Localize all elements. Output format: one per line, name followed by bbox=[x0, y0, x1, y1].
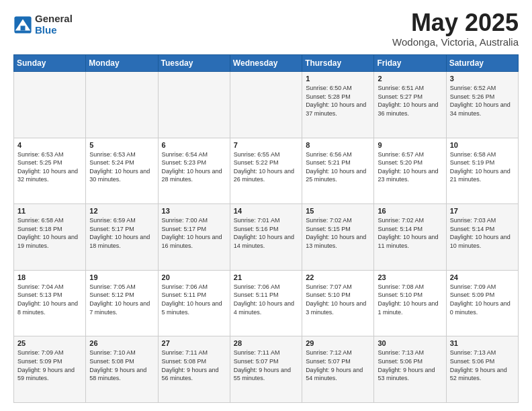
day-info: Sunrise: 7:11 AM Sunset: 5:08 PM Dayligh… bbox=[162, 349, 226, 382]
day-cell: 14Sunrise: 7:01 AM Sunset: 5:16 PM Dayli… bbox=[230, 204, 302, 271]
day-info: Sunrise: 6:58 AM Sunset: 5:18 PM Dayligh… bbox=[17, 216, 82, 250]
svg-rect-2 bbox=[21, 26, 26, 30]
day-cell: 7Sunrise: 6:55 AM Sunset: 5:22 PM Daylig… bbox=[230, 138, 302, 204]
day-cell: 23Sunrise: 7:08 AM Sunset: 5:10 PM Dayli… bbox=[374, 270, 446, 336]
day-info: Sunrise: 7:06 AM Sunset: 5:11 PM Dayligh… bbox=[234, 283, 298, 316]
day-number: 11 bbox=[17, 207, 82, 215]
week-row-1: 1Sunrise: 6:50 AM Sunset: 5:28 PM Daylig… bbox=[14, 72, 519, 138]
day-cell: 26Sunrise: 7:10 AM Sunset: 5:08 PM Dayli… bbox=[86, 336, 158, 403]
day-cell: 19Sunrise: 7:05 AM Sunset: 5:12 PM Dayli… bbox=[86, 270, 158, 336]
day-info: Sunrise: 7:10 AM Sunset: 5:08 PM Dayligh… bbox=[89, 349, 154, 382]
day-number: 24 bbox=[450, 273, 515, 281]
day-cell: 28Sunrise: 7:11 AM Sunset: 5:07 PM Dayli… bbox=[230, 336, 302, 403]
day-number: 4 bbox=[17, 141, 82, 149]
day-info: Sunrise: 7:08 AM Sunset: 5:10 PM Dayligh… bbox=[378, 283, 442, 316]
day-cell: 10Sunrise: 6:58 AM Sunset: 5:19 PM Dayli… bbox=[446, 138, 518, 204]
day-number: 1 bbox=[306, 75, 370, 83]
week-row-4: 18Sunrise: 7:04 AM Sunset: 5:13 PM Dayli… bbox=[14, 270, 519, 336]
day-cell: 6Sunrise: 6:54 AM Sunset: 5:23 PM Daylig… bbox=[158, 138, 230, 204]
day-number: 18 bbox=[17, 273, 82, 281]
logo-general: General bbox=[35, 13, 73, 25]
day-cell: 2Sunrise: 6:51 AM Sunset: 5:27 PM Daylig… bbox=[374, 72, 446, 138]
location: Wodonga, Victoria, Australia bbox=[392, 36, 519, 48]
header-saturday: Saturday bbox=[446, 55, 518, 72]
day-cell: 20Sunrise: 7:06 AM Sunset: 5:11 PM Dayli… bbox=[158, 270, 230, 336]
day-number: 10 bbox=[450, 141, 515, 149]
header-thursday: Thursday bbox=[302, 55, 374, 72]
day-cell bbox=[86, 72, 158, 138]
day-number: 28 bbox=[234, 339, 298, 347]
header: General Blue May 2025 Wodonga, Victoria,… bbox=[13, 11, 519, 48]
day-info: Sunrise: 6:51 AM Sunset: 5:27 PM Dayligh… bbox=[378, 84, 442, 118]
day-cell: 3Sunrise: 6:52 AM Sunset: 5:26 PM Daylig… bbox=[446, 72, 518, 138]
week-row-3: 11Sunrise: 6:58 AM Sunset: 5:18 PM Dayli… bbox=[14, 204, 519, 271]
day-info: Sunrise: 6:50 AM Sunset: 5:28 PM Dayligh… bbox=[306, 84, 370, 118]
day-number: 6 bbox=[162, 141, 226, 149]
day-cell: 12Sunrise: 6:59 AM Sunset: 5:17 PM Dayli… bbox=[86, 204, 158, 271]
month-title: May 2025 bbox=[392, 11, 519, 35]
day-cell: 29Sunrise: 7:12 AM Sunset: 5:07 PM Dayli… bbox=[302, 336, 374, 403]
header-monday: Monday bbox=[86, 55, 158, 72]
day-cell: 1Sunrise: 6:50 AM Sunset: 5:28 PM Daylig… bbox=[302, 72, 374, 138]
day-number: 23 bbox=[378, 273, 442, 281]
day-info: Sunrise: 6:59 AM Sunset: 5:17 PM Dayligh… bbox=[89, 216, 154, 250]
day-info: Sunrise: 7:05 AM Sunset: 5:12 PM Dayligh… bbox=[89, 283, 154, 316]
day-cell: 27Sunrise: 7:11 AM Sunset: 5:08 PM Dayli… bbox=[158, 336, 230, 403]
day-info: Sunrise: 6:55 AM Sunset: 5:22 PM Dayligh… bbox=[234, 150, 298, 184]
day-number: 8 bbox=[306, 141, 370, 149]
day-cell bbox=[158, 72, 230, 138]
header-row: Sunday Monday Tuesday Wednesday Thursday… bbox=[14, 55, 519, 72]
day-cell: 21Sunrise: 7:06 AM Sunset: 5:11 PM Dayli… bbox=[230, 270, 302, 336]
day-cell: 18Sunrise: 7:04 AM Sunset: 5:13 PM Dayli… bbox=[14, 270, 86, 336]
day-number: 19 bbox=[89, 273, 154, 281]
day-number: 3 bbox=[450, 75, 515, 83]
day-info: Sunrise: 7:12 AM Sunset: 5:07 PM Dayligh… bbox=[306, 349, 370, 382]
header-sunday: Sunday bbox=[14, 55, 86, 72]
day-cell: 11Sunrise: 6:58 AM Sunset: 5:18 PM Dayli… bbox=[14, 204, 86, 271]
page: General Blue May 2025 Wodonga, Victoria,… bbox=[0, 0, 532, 411]
day-info: Sunrise: 6:58 AM Sunset: 5:19 PM Dayligh… bbox=[450, 150, 515, 184]
day-info: Sunrise: 7:02 AM Sunset: 5:15 PM Dayligh… bbox=[306, 216, 370, 250]
day-number: 26 bbox=[89, 339, 154, 347]
day-number: 13 bbox=[162, 207, 226, 215]
day-info: Sunrise: 7:04 AM Sunset: 5:13 PM Dayligh… bbox=[17, 283, 82, 316]
day-number: 21 bbox=[234, 273, 298, 281]
day-number: 12 bbox=[89, 207, 154, 215]
day-info: Sunrise: 7:00 AM Sunset: 5:17 PM Dayligh… bbox=[162, 216, 226, 250]
day-info: Sunrise: 6:53 AM Sunset: 5:24 PM Dayligh… bbox=[89, 150, 154, 184]
day-cell: 24Sunrise: 7:09 AM Sunset: 5:09 PM Dayli… bbox=[446, 270, 518, 336]
day-number: 30 bbox=[378, 339, 442, 347]
day-cell: 15Sunrise: 7:02 AM Sunset: 5:15 PM Dayli… bbox=[302, 204, 374, 271]
day-info: Sunrise: 7:03 AM Sunset: 5:14 PM Dayligh… bbox=[450, 216, 515, 250]
day-number: 5 bbox=[89, 141, 154, 149]
logo-icon bbox=[13, 15, 32, 34]
day-info: Sunrise: 7:02 AM Sunset: 5:14 PM Dayligh… bbox=[378, 216, 442, 250]
title-area: May 2025 Wodonga, Victoria, Australia bbox=[392, 11, 519, 48]
day-number: 31 bbox=[450, 339, 515, 347]
day-info: Sunrise: 6:56 AM Sunset: 5:21 PM Dayligh… bbox=[306, 150, 370, 184]
day-info: Sunrise: 6:57 AM Sunset: 5:20 PM Dayligh… bbox=[378, 150, 442, 184]
day-number: 27 bbox=[162, 339, 226, 347]
header-friday: Friday bbox=[374, 55, 446, 72]
day-cell: 30Sunrise: 7:13 AM Sunset: 5:06 PM Dayli… bbox=[374, 336, 446, 403]
day-number: 20 bbox=[162, 273, 226, 281]
day-info: Sunrise: 6:54 AM Sunset: 5:23 PM Dayligh… bbox=[162, 150, 226, 184]
day-info: Sunrise: 7:06 AM Sunset: 5:11 PM Dayligh… bbox=[162, 283, 226, 316]
day-number: 7 bbox=[234, 141, 298, 149]
day-info: Sunrise: 7:01 AM Sunset: 5:16 PM Dayligh… bbox=[234, 216, 298, 250]
week-row-5: 25Sunrise: 7:09 AM Sunset: 5:09 PM Dayli… bbox=[14, 336, 519, 403]
day-info: Sunrise: 7:09 AM Sunset: 5:09 PM Dayligh… bbox=[450, 283, 515, 316]
day-number: 17 bbox=[450, 207, 515, 215]
day-cell: 22Sunrise: 7:07 AM Sunset: 5:10 PM Dayli… bbox=[302, 270, 374, 336]
day-number: 22 bbox=[306, 273, 370, 281]
day-number: 16 bbox=[378, 207, 442, 215]
day-number: 15 bbox=[306, 207, 370, 215]
header-tuesday: Tuesday bbox=[158, 55, 230, 72]
logo: General Blue bbox=[13, 13, 73, 36]
day-cell: 4Sunrise: 6:53 AM Sunset: 5:25 PM Daylig… bbox=[14, 138, 86, 204]
day-info: Sunrise: 6:52 AM Sunset: 5:26 PM Dayligh… bbox=[450, 84, 515, 118]
logo-text: General Blue bbox=[35, 13, 73, 36]
week-row-2: 4Sunrise: 6:53 AM Sunset: 5:25 PM Daylig… bbox=[14, 138, 519, 204]
day-number: 29 bbox=[306, 339, 370, 347]
day-number: 9 bbox=[378, 141, 442, 149]
